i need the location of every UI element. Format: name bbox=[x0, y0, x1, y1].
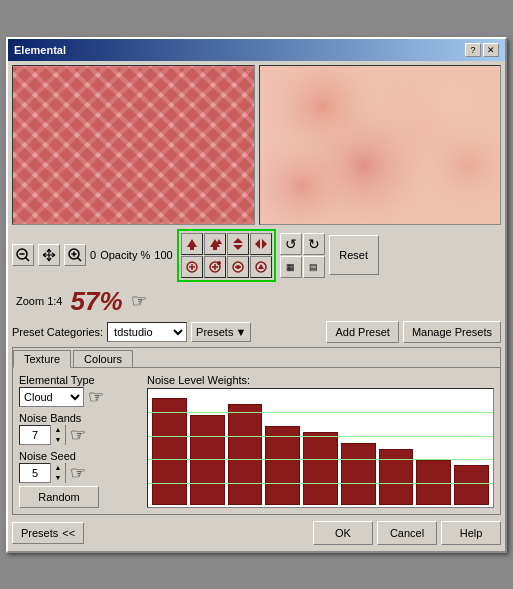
nav-flip-h-btn[interactable] bbox=[250, 233, 272, 255]
misc-btn-1[interactable]: ▦ bbox=[280, 256, 302, 278]
elemental-type-row: Cloud Fire Water Smoke ☞ bbox=[19, 386, 139, 408]
cursor-icon-2: ☞ bbox=[88, 386, 104, 408]
svg-marker-15 bbox=[262, 239, 267, 249]
noise-level-label: Noise Level Weights: bbox=[147, 374, 494, 386]
tab-colours[interactable]: Colours bbox=[73, 350, 133, 367]
titlebar: Elemental ? ✕ bbox=[8, 39, 505, 61]
presets-expand-btn[interactable]: Presets << bbox=[12, 522, 84, 544]
noise-bands-up[interactable]: ▲ bbox=[51, 425, 65, 435]
nav-scale-icon bbox=[231, 260, 245, 274]
rotate-cw-btn[interactable]: ↻ bbox=[303, 233, 325, 255]
noise-seed-spin: ▲ ▼ bbox=[50, 463, 65, 483]
opacity-section: 0 Opacity % 100 bbox=[90, 249, 173, 261]
bar bbox=[303, 432, 338, 505]
nav-up-left-btn[interactable] bbox=[181, 233, 203, 255]
cancel-btn[interactable]: Cancel bbox=[377, 521, 437, 545]
nav-scale-btn[interactable] bbox=[227, 256, 249, 278]
noise-bands-input[interactable] bbox=[20, 429, 50, 441]
svg-marker-13 bbox=[233, 245, 243, 250]
move-icon bbox=[42, 248, 56, 262]
preset-categories-select[interactable]: tdstudio bbox=[107, 322, 187, 342]
noise-bands-row: ▲ ▼ ☞ bbox=[19, 424, 139, 446]
reset-btn[interactable]: Reset bbox=[329, 235, 379, 275]
svg-marker-11 bbox=[216, 239, 222, 244]
noise-seed-section: Noise Seed ▲ ▼ ☞ Random bbox=[19, 450, 139, 508]
nav-extra-btn[interactable] bbox=[250, 256, 272, 278]
nav-up-right-btn[interactable] bbox=[204, 233, 226, 255]
random-btn[interactable]: Random bbox=[19, 486, 99, 508]
presets-expand-label: Presets bbox=[21, 527, 58, 539]
svg-rect-8 bbox=[190, 247, 194, 250]
tab-panel: Texture Colours Elemental Type Cloud Fir… bbox=[12, 347, 501, 515]
right-chart: Noise Level Weights: bbox=[147, 374, 494, 508]
svg-marker-12 bbox=[233, 238, 243, 243]
nav-grid bbox=[177, 229, 276, 282]
nav-up-right-icon bbox=[208, 237, 222, 251]
help-btn[interactable]: Help bbox=[441, 521, 501, 545]
presets-dropdown-btn[interactable]: Presets ▼ bbox=[191, 322, 251, 342]
bar bbox=[454, 465, 489, 504]
zoom-out-icon-btn[interactable] bbox=[12, 244, 34, 266]
svg-point-22 bbox=[217, 261, 221, 265]
noise-seed-down[interactable]: ▼ bbox=[51, 473, 65, 483]
noise-bands-field: ▲ ▼ bbox=[19, 425, 66, 445]
noise-seed-up[interactable]: ▲ bbox=[51, 463, 65, 473]
nav-flip-v-icon bbox=[231, 237, 245, 251]
preset-categories-label: Preset Categories: bbox=[12, 326, 103, 338]
svg-marker-14 bbox=[255, 239, 260, 249]
noise-bands-label: Noise Bands bbox=[19, 412, 139, 424]
bar bbox=[341, 443, 376, 505]
noise-seed-input[interactable] bbox=[20, 467, 50, 479]
tab-content-texture: Elemental Type Cloud Fire Water Smoke ☞ bbox=[13, 368, 500, 514]
bar bbox=[190, 415, 225, 505]
bar bbox=[265, 426, 300, 504]
misc-btn-2[interactable]: ▤ bbox=[303, 256, 325, 278]
opacity-zero-label: 0 bbox=[90, 249, 96, 261]
move-icon-btn[interactable] bbox=[38, 244, 60, 266]
bar bbox=[379, 449, 414, 505]
presets-row: Preset Categories: tdstudio Presets ▼ Ad… bbox=[12, 321, 501, 343]
chart-area bbox=[147, 388, 494, 508]
rotate-ccw-btn[interactable]: ↺ bbox=[280, 233, 302, 255]
misc-row: ▦ ▤ bbox=[280, 256, 325, 278]
cursor-icon-3: ☞ bbox=[70, 424, 86, 446]
main-window: Elemental ? ✕ bbox=[6, 37, 507, 553]
nav-down-right-btn[interactable] bbox=[204, 256, 226, 278]
titlebar-buttons: ? ✕ bbox=[465, 43, 499, 57]
svg-marker-27 bbox=[258, 264, 264, 269]
elemental-type-select[interactable]: Cloud Fire Water Smoke bbox=[19, 387, 84, 407]
noise-seed-field: ▲ ▼ bbox=[19, 463, 66, 483]
nav-up-left-icon bbox=[185, 237, 199, 251]
cursor-icon: ☞ bbox=[131, 290, 147, 312]
noise-bands-down[interactable]: ▼ bbox=[51, 435, 65, 445]
zoom-in-icon bbox=[68, 248, 82, 262]
nav-down-right-icon bbox=[208, 260, 222, 274]
opacity-value-label: 100 bbox=[154, 249, 172, 261]
elemental-type-label: Elemental Type bbox=[19, 374, 139, 386]
presets-dropdown-label: Presets bbox=[196, 326, 233, 338]
svg-line-1 bbox=[26, 258, 30, 262]
nav-down-left-btn[interactable] bbox=[181, 256, 203, 278]
opacity-label: Opacity % bbox=[100, 249, 150, 261]
nav-flip-v-btn[interactable] bbox=[227, 233, 249, 255]
cursor-icon-4: ☞ bbox=[70, 462, 86, 484]
noise-seed-label: Noise Seed bbox=[19, 450, 139, 462]
zoom-out-icon bbox=[16, 248, 30, 262]
tab-texture[interactable]: Texture bbox=[13, 350, 71, 368]
svg-line-4 bbox=[78, 258, 82, 262]
svg-marker-7 bbox=[187, 239, 197, 247]
manage-presets-btn[interactable]: Manage Presets bbox=[403, 321, 501, 343]
zoom-in-icon-btn[interactable] bbox=[64, 244, 86, 266]
ok-btn[interactable]: OK bbox=[313, 521, 373, 545]
svg-rect-10 bbox=[213, 247, 217, 250]
preview-area bbox=[12, 65, 501, 225]
close-titlebar-btn[interactable]: ✕ bbox=[483, 43, 499, 57]
left-controls: Elemental Type Cloud Fire Water Smoke ☞ bbox=[19, 374, 139, 508]
bar bbox=[152, 398, 187, 504]
nav-flip-h-icon bbox=[254, 237, 268, 251]
help-titlebar-btn[interactable]: ? bbox=[465, 43, 481, 57]
bottom-row: Presets << OK Cancel Help bbox=[12, 519, 501, 547]
add-preset-btn[interactable]: Add Preset bbox=[326, 321, 398, 343]
nav-extra-icon bbox=[254, 260, 268, 274]
rotate-buttons: ↺ ↻ ▦ ▤ bbox=[280, 233, 325, 278]
